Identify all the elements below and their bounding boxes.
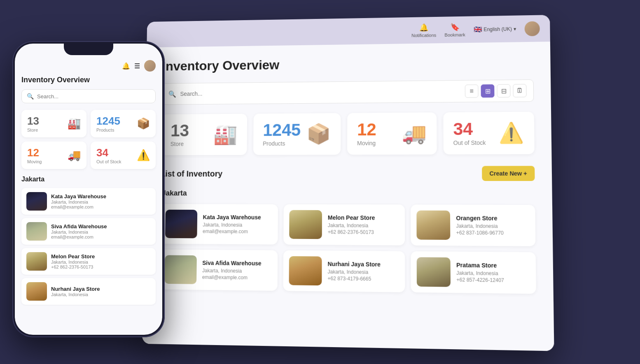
inventory-card-1[interactable]: Melon Pear Store Jakarta, Indonesia +62 … — [283, 204, 405, 246]
inventory-info-2: Orangen Store Jakarta, Indonesia +62 837… — [456, 215, 504, 236]
phone-city-name: Jakarta — [21, 176, 156, 183]
inventory-info-4: Nurhani Jaya Store Jakarta, Indonesia +6… — [327, 261, 381, 282]
stat-info-out-of-stock: 34 Out of Stock — [453, 121, 486, 146]
phone-stat-number-store: 13 — [27, 115, 39, 128]
phone-stat-label-products: Products — [96, 128, 120, 132]
phone-list-contact-1: email@example.com — [51, 234, 107, 239]
phone-bell-icon[interactable]: 🔔 — [122, 62, 130, 70]
inventory-card-4[interactable]: Nurhani Jaya Store Jakarta, Indonesia +6… — [283, 250, 405, 292]
phone-list-loc-3: Jakarta, Indonesia — [51, 292, 100, 297]
stat-number-store: 13 — [171, 122, 189, 139]
phone-list-img-1 — [26, 222, 47, 241]
stat-number-out-of-stock: 34 — [453, 121, 486, 138]
phone-stats-grid: 13 Store 🏭 1245 Products 📦 — [21, 110, 156, 169]
inventory-image-2 — [416, 211, 450, 240]
notifications-button[interactable]: 🔔 Notifications — [411, 23, 436, 37]
stats-row: 13 Store 🏭 1245 Products 📦 12 — [161, 112, 534, 155]
bell-icon: 🔔 — [419, 23, 428, 32]
phone-list-name-3: Nurhani Jaya Store — [51, 286, 100, 292]
inventory-info-5: Pratama Store Jakarta, Indonesia +62 857… — [456, 262, 504, 283]
stat-label-products: Products — [263, 140, 301, 147]
store-name-4: Nurhani Jaya Store — [327, 261, 380, 268]
inventory-image-4 — [289, 256, 322, 285]
store-location-2: Jakarta, Indonesia — [456, 223, 503, 229]
phone-list-loc-2: Jakarta, Indonesia — [51, 260, 95, 264]
bookmark-button[interactable]: 🔖 Bookmark — [444, 22, 465, 37]
stat-info-moving: 12 Moving — [357, 121, 376, 146]
phone-stat-number-oos: 34 — [96, 146, 121, 159]
store-name-0: Kata Jaya Warehouse — [203, 214, 261, 220]
phone-stat-out-of-stock: 34 Out of Stock ⚠️ — [91, 141, 156, 169]
inventory-grid: Kata Jaya Warehouse Jakarta, Indonesia e… — [159, 204, 536, 294]
avatar[interactable] — [525, 21, 540, 36]
phone-stat-products: 1245 Products 📦 — [91, 110, 156, 137]
store-location-5: Jakarta, Indonesia — [456, 270, 504, 276]
phone-warning-icon: ⚠️ — [137, 149, 150, 162]
inventory-card-2[interactable]: Orangen Store Jakarta, Indonesia +62 837… — [411, 204, 535, 246]
phone-search-bar: 🔍 — [21, 89, 156, 103]
phone-list-img-2 — [26, 252, 47, 271]
inventory-card-5[interactable]: Pratama Store Jakarta, Indonesia +62 857… — [411, 251, 536, 294]
phone-stat-store: 13 Store 🏭 — [21, 110, 86, 137]
inventory-info-1: Melon Pear Store Jakarta, Indonesia +62 … — [328, 214, 375, 235]
store-contact-4: +62 873-4179-6665 — [327, 276, 381, 282]
store-contact-0: email@example.com — [203, 229, 261, 235]
search-icon: 🔍 — [168, 90, 176, 98]
phone-truck-icon: 🚚 — [68, 149, 81, 162]
list-view-button[interactable]: ≡ — [465, 84, 479, 97]
phone-search-input[interactable] — [37, 93, 150, 100]
stat-card-out-of-stock: 34 Out of Stock ⚠️ — [443, 112, 535, 155]
phone-list-item-2[interactable]: Melon Pear Store Jakarta, Indonesia +62 … — [21, 248, 156, 275]
store-location-1: Jakarta, Indonesia — [328, 223, 375, 229]
stat-label-moving: Moving — [357, 140, 376, 146]
truck-icon: 🚚 — [402, 122, 427, 145]
language-selector[interactable]: 🇬🇧 English (UK) ▾ — [474, 25, 516, 34]
inventory-card-0[interactable]: Kata Jaya Warehouse Jakarta, Indonesia e… — [159, 204, 278, 245]
phone-inner: 🔔 ☰ Inventory Overview 🔍 13 Store — [15, 44, 162, 335]
create-new-button[interactable]: Create New + — [482, 166, 535, 181]
stat-card-products: 1245 Products 📦 — [253, 113, 341, 155]
bookmark-icon: 🔖 — [450, 22, 459, 31]
section-title: List of Inventory — [161, 169, 223, 179]
phone-menu-icon[interactable]: ☰ — [134, 62, 140, 70]
store-location-4: Jakarta, Indonesia — [327, 269, 381, 275]
phone-stat-label-moving: Moving — [27, 159, 42, 164]
inventory-image-3 — [164, 255, 197, 284]
phone-list-loc-1: Jakarta, Indonesia — [51, 230, 107, 234]
city-section-jakarta: Jakarta Kata Jaya Warehouse Jakarta, Ind… — [159, 189, 536, 294]
inventory-card-3[interactable]: Siva Afida Warehouse Jakarta, Indonesia … — [159, 249, 278, 291]
bookmark-label: Bookmark — [444, 32, 465, 37]
stat-card-store: 13 Store 🏭 — [161, 114, 247, 155]
phone-avatar[interactable] — [144, 60, 156, 72]
phone-page-title: Inventory Overview — [21, 76, 156, 84]
chevron-down-icon: ▾ — [514, 26, 516, 32]
phone-content: 🔔 ☰ Inventory Overview 🔍 13 Store — [15, 44, 162, 335]
phone-list-item-3[interactable]: Nurhani Jaya Store Jakarta, Indonesia — [21, 278, 156, 305]
phone-list-img-0 — [26, 192, 47, 211]
phone-list-item-1[interactable]: Siva Afida Warehouse Jakarta, Indonesia … — [21, 218, 156, 245]
phone-stat-number-moving: 12 — [27, 146, 42, 159]
desktop-window: 🔔 Notifications 🔖 Bookmark 🇬🇧 English (U… — [142, 15, 554, 351]
store-name-5: Pratama Store — [456, 262, 504, 269]
stat-number-moving: 12 — [357, 121, 376, 138]
calendar-view-button[interactable]: 🗓 — [513, 84, 526, 97]
inventory-image-5 — [417, 257, 451, 287]
phone-list-loc-0: Jakarta, Indonesia — [51, 199, 106, 204]
compact-view-button[interactable]: ⊟ — [497, 84, 510, 97]
page-title: Inventory Overview — [162, 54, 533, 74]
phone-notch — [64, 44, 113, 55]
language-label: English (UK) — [484, 26, 512, 32]
store-name-3: Siva Afida Warehouse — [202, 260, 261, 267]
inventory-image-1 — [289, 210, 322, 239]
stat-card-moving: 12 Moving 🚚 — [347, 112, 437, 155]
grid-view-button[interactable]: ⊞ — [481, 84, 495, 97]
store-contact-5: +62 857-4226-12407 — [456, 277, 504, 283]
phone-list-contact-2: +62 862-2376-50173 — [51, 264, 95, 269]
stat-label-store: Store — [171, 141, 189, 147]
store-location-0: Jakarta, Indonesia — [203, 222, 261, 228]
phone-list-item-0[interactable]: Kata Jaya Warehouse Jakarta, Indonesia e… — [21, 188, 156, 215]
search-input[interactable] — [180, 88, 460, 97]
inventory-info-3: Siva Afida Warehouse Jakarta, Indonesia … — [202, 260, 262, 281]
warehouse-icon: 🏭 — [213, 123, 237, 146]
desktop-content: Inventory Overview 🔍 ≡ ⊞ ⊟ 🗓 13 S — [142, 42, 554, 351]
